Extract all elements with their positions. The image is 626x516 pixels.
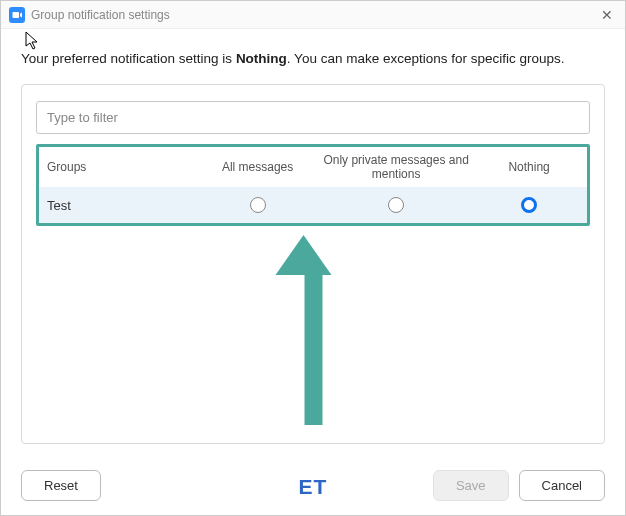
col-all-messages: All messages xyxy=(202,160,313,174)
description-text: Your preferred notification setting is N… xyxy=(1,29,625,78)
table-row: Test xyxy=(39,187,587,223)
radio-all-messages[interactable] xyxy=(250,197,266,213)
radio-nothing[interactable] xyxy=(521,197,537,213)
zoom-app-icon xyxy=(9,7,25,23)
titlebar: Group notification settings ✕ xyxy=(1,1,625,29)
table-header: Groups All messages Only private message… xyxy=(39,147,587,187)
group-name: Test xyxy=(47,198,202,213)
settings-panel: Groups All messages Only private message… xyxy=(21,84,605,444)
footer: Reset Save Cancel xyxy=(21,470,605,501)
col-private-mentions: Only private messages and mentions xyxy=(313,153,479,181)
window-title: Group notification settings xyxy=(31,8,597,22)
col-groups: Groups xyxy=(47,160,202,174)
filter-input[interactable] xyxy=(36,101,590,134)
description-setting: Nothing xyxy=(236,51,287,66)
groups-table: Groups All messages Only private message… xyxy=(36,144,590,226)
cancel-button[interactable]: Cancel xyxy=(519,470,605,501)
save-button: Save xyxy=(433,470,509,501)
col-nothing: Nothing xyxy=(479,160,579,174)
close-icon[interactable]: ✕ xyxy=(597,5,617,25)
reset-button[interactable]: Reset xyxy=(21,470,101,501)
annotation-arrow-icon xyxy=(295,235,332,425)
description-prefix: Your preferred notification setting is xyxy=(21,51,236,66)
description-suffix: . You can make exceptions for specific g… xyxy=(287,51,565,66)
radio-private-mentions[interactable] xyxy=(388,197,404,213)
